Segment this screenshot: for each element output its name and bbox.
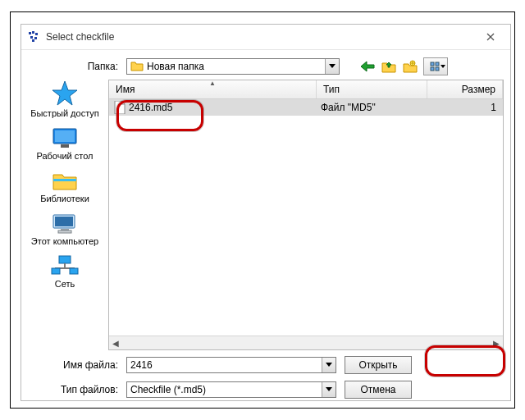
- svg-rect-2: [35, 33, 38, 35]
- file-open-dialog: Select checkfile Папка: Новая папка: [21, 24, 511, 401]
- screenshot-frame: Select checkfile Папка: Новая папка: [10, 11, 515, 409]
- cancel-button[interactable]: Отмена: [345, 381, 412, 399]
- svg-rect-18: [61, 144, 69, 148]
- back-icon[interactable]: [359, 58, 376, 75]
- up-folder-icon[interactable]: [381, 58, 397, 75]
- svg-rect-4: [34, 37, 37, 39]
- file-size: 1: [424, 102, 503, 113]
- file-icon: [114, 101, 126, 114]
- places-bar: Быстрый доступ Рабочий стол Библиотеки Э…: [21, 80, 108, 350]
- filename-dropdown[interactable]: [322, 358, 336, 372]
- file-type: Файл "MD5": [314, 102, 424, 113]
- place-label: Быстрый доступ: [30, 108, 99, 118]
- sort-asc-icon: ▲: [209, 80, 216, 87]
- folder-toolbar: Папка: Новая папка: [21, 50, 510, 80]
- svg-rect-27: [52, 268, 60, 274]
- app-icon: [28, 30, 41, 43]
- svg-rect-13: [431, 67, 434, 71]
- svg-rect-21: [55, 217, 73, 226]
- bottom-form: Имя файла: 2416 Открыть Тип файлов: Chec…: [21, 350, 510, 409]
- close-button[interactable]: [474, 27, 507, 47]
- folder-combo-dropdown[interactable]: [325, 59, 339, 74]
- svg-rect-24: [59, 256, 71, 263]
- titlebar: Select checkfile: [21, 25, 510, 50]
- filename-value: 2416: [130, 359, 153, 371]
- place-desktop[interactable]: Рабочий стол: [21, 126, 108, 162]
- svg-rect-12: [436, 62, 439, 66]
- filetype-value: Checkfile (*.md5): [130, 384, 206, 395]
- folder-icon: [130, 60, 144, 74]
- view-mode-button[interactable]: [423, 57, 448, 75]
- header-name-label: Имя: [116, 84, 135, 95]
- folder-nav-icons: [359, 57, 448, 75]
- horizontal-scrollbar[interactable]: ◀ ▶: [109, 336, 503, 349]
- scroll-left-icon[interactable]: ◀: [109, 336, 122, 349]
- filetype-combo[interactable]: Checkfile (*.md5): [126, 381, 336, 398]
- dialog-body: Быстрый доступ Рабочий стол Библиотеки Э…: [21, 80, 510, 350]
- place-label: Библиотеки: [40, 194, 89, 203]
- filename-label: Имя файла:: [30, 359, 126, 371]
- filetype-dropdown[interactable]: [322, 382, 336, 397]
- svg-marker-15: [52, 81, 77, 105]
- file-list: Имя ▲ Тип Размер 2416.md5 Файл "MD5" 1 ◀…: [108, 80, 504, 350]
- svg-rect-3: [30, 36, 33, 39]
- svg-rect-17: [55, 130, 75, 142]
- new-folder-icon[interactable]: [402, 58, 418, 75]
- column-headers: Имя ▲ Тип Размер: [109, 80, 503, 99]
- place-network[interactable]: Сеть: [21, 253, 108, 290]
- svg-rect-11: [431, 62, 434, 66]
- place-thispc[interactable]: Этот компьютер: [21, 211, 108, 247]
- scroll-right-icon[interactable]: ▶: [490, 336, 503, 349]
- file-row[interactable]: 2416.md5 Файл "MD5" 1: [109, 99, 503, 116]
- header-name[interactable]: Имя ▲: [109, 80, 317, 98]
- file-name: 2416.md5: [129, 102, 172, 113]
- svg-rect-14: [436, 67, 439, 71]
- filename-input[interactable]: 2416: [126, 357, 336, 373]
- header-type[interactable]: Тип: [317, 80, 427, 98]
- folder-name: Новая папка: [147, 61, 204, 72]
- svg-rect-0: [29, 32, 31, 34]
- svg-rect-19: [53, 179, 76, 181]
- svg-rect-5: [32, 39, 34, 42]
- open-button[interactable]: Открыть: [345, 356, 412, 374]
- folder-combo[interactable]: Новая папка: [126, 58, 340, 75]
- folder-label: Папка:: [30, 61, 126, 72]
- place-quickaccess[interactable]: Быстрый доступ: [21, 80, 108, 119]
- filetype-label: Тип файлов:: [30, 384, 126, 395]
- svg-rect-23: [58, 231, 71, 233]
- place-label: Сеть: [55, 279, 75, 289]
- svg-rect-28: [70, 268, 78, 274]
- place-libraries[interactable]: Библиотеки: [21, 168, 108, 204]
- svg-rect-1: [32, 31, 34, 34]
- place-label: Этот компьютер: [31, 236, 98, 246]
- header-size[interactable]: Размер: [427, 80, 503, 98]
- window-title: Select checkfile: [46, 31, 114, 43]
- scroll-track[interactable]: [122, 336, 490, 349]
- place-label: Рабочий стол: [36, 151, 93, 161]
